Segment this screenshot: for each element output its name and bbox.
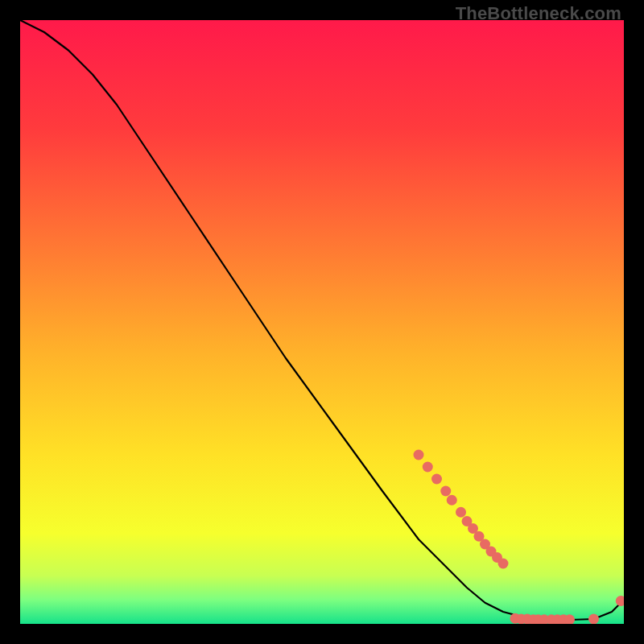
data-marker (440, 486, 451, 497)
data-marker (588, 614, 599, 625)
plot-background (20, 20, 624, 624)
chart-stage: TheBottleneck.com (0, 0, 644, 644)
watermark-text: TheBottleneck.com (456, 3, 621, 24)
data-marker (447, 495, 457, 506)
data-marker (456, 507, 466, 518)
chart-svg (20, 20, 624, 624)
data-marker (414, 450, 424, 460)
data-marker (498, 559, 509, 569)
data-marker (423, 462, 433, 473)
data-marker (431, 474, 442, 485)
